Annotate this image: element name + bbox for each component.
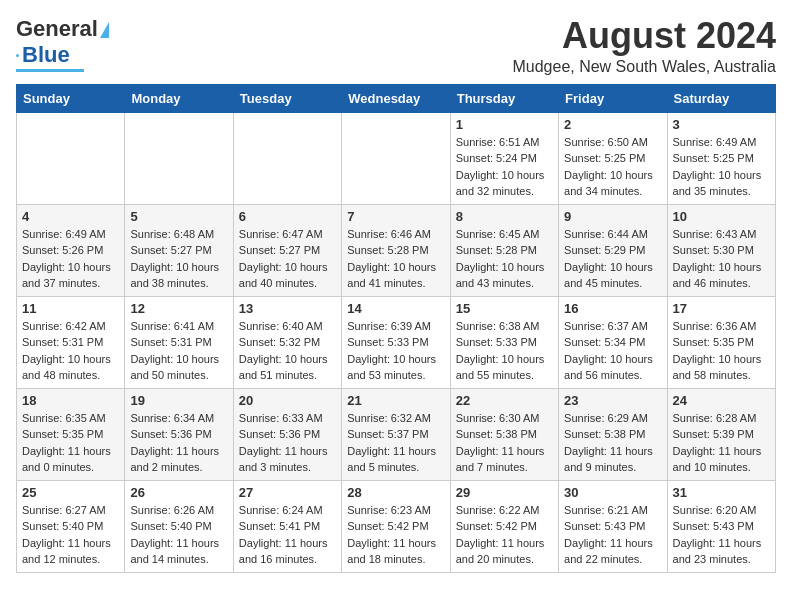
- page-header: General Blue August 2024 Mudgee, New Sou…: [16, 16, 776, 76]
- calendar-cell: 12Sunrise: 6:41 AM Sunset: 5:31 PM Dayli…: [125, 296, 233, 388]
- day-info: Sunrise: 6:37 AM Sunset: 5:34 PM Dayligh…: [564, 318, 661, 384]
- day-number: 6: [239, 209, 336, 224]
- page-subtitle: Mudgee, New South Wales, Australia: [512, 58, 776, 76]
- logo-general: General: [16, 16, 98, 42]
- day-header-friday: Friday: [559, 84, 667, 112]
- day-info: Sunrise: 6:46 AM Sunset: 5:28 PM Dayligh…: [347, 226, 444, 292]
- day-header-sunday: Sunday: [17, 84, 125, 112]
- calendar-cell: 31Sunrise: 6:20 AM Sunset: 5:43 PM Dayli…: [667, 480, 775, 572]
- day-info: Sunrise: 6:39 AM Sunset: 5:33 PM Dayligh…: [347, 318, 444, 384]
- day-number: 30: [564, 485, 661, 500]
- calendar-cell: 24Sunrise: 6:28 AM Sunset: 5:39 PM Dayli…: [667, 388, 775, 480]
- day-number: 14: [347, 301, 444, 316]
- day-info: Sunrise: 6:21 AM Sunset: 5:43 PM Dayligh…: [564, 502, 661, 568]
- day-info: Sunrise: 6:26 AM Sunset: 5:40 PM Dayligh…: [130, 502, 227, 568]
- week-row-1: 1Sunrise: 6:51 AM Sunset: 5:24 PM Daylig…: [17, 112, 776, 204]
- calendar-cell: 23Sunrise: 6:29 AM Sunset: 5:38 PM Dayli…: [559, 388, 667, 480]
- day-number: 9: [564, 209, 661, 224]
- page-title: August 2024: [512, 16, 776, 56]
- calendar-cell: 30Sunrise: 6:21 AM Sunset: 5:43 PM Dayli…: [559, 480, 667, 572]
- calendar-cell: 15Sunrise: 6:38 AM Sunset: 5:33 PM Dayli…: [450, 296, 558, 388]
- calendar-cell: 21Sunrise: 6:32 AM Sunset: 5:37 PM Dayli…: [342, 388, 450, 480]
- calendar-cell: 20Sunrise: 6:33 AM Sunset: 5:36 PM Dayli…: [233, 388, 341, 480]
- logo: General Blue: [16, 16, 109, 72]
- day-info: Sunrise: 6:44 AM Sunset: 5:29 PM Dayligh…: [564, 226, 661, 292]
- day-info: Sunrise: 6:41 AM Sunset: 5:31 PM Dayligh…: [130, 318, 227, 384]
- calendar-cell: [125, 112, 233, 204]
- day-number: 16: [564, 301, 661, 316]
- day-number: 13: [239, 301, 336, 316]
- calendar-cell: 22Sunrise: 6:30 AM Sunset: 5:38 PM Dayli…: [450, 388, 558, 480]
- day-number: 11: [22, 301, 119, 316]
- calendar-cell: 2Sunrise: 6:50 AM Sunset: 5:25 PM Daylig…: [559, 112, 667, 204]
- day-header-thursday: Thursday: [450, 84, 558, 112]
- calendar-cell: 27Sunrise: 6:24 AM Sunset: 5:41 PM Dayli…: [233, 480, 341, 572]
- day-number: 23: [564, 393, 661, 408]
- day-info: Sunrise: 6:49 AM Sunset: 5:26 PM Dayligh…: [22, 226, 119, 292]
- day-header-saturday: Saturday: [667, 84, 775, 112]
- day-info: Sunrise: 6:40 AM Sunset: 5:32 PM Dayligh…: [239, 318, 336, 384]
- day-number: 5: [130, 209, 227, 224]
- day-info: Sunrise: 6:43 AM Sunset: 5:30 PM Dayligh…: [673, 226, 770, 292]
- week-row-3: 11Sunrise: 6:42 AM Sunset: 5:31 PM Dayli…: [17, 296, 776, 388]
- day-number: 27: [239, 485, 336, 500]
- day-info: Sunrise: 6:47 AM Sunset: 5:27 PM Dayligh…: [239, 226, 336, 292]
- calendar-cell: 3Sunrise: 6:49 AM Sunset: 5:25 PM Daylig…: [667, 112, 775, 204]
- week-row-2: 4Sunrise: 6:49 AM Sunset: 5:26 PM Daylig…: [17, 204, 776, 296]
- calendar-cell: 28Sunrise: 6:23 AM Sunset: 5:42 PM Dayli…: [342, 480, 450, 572]
- day-info: Sunrise: 6:36 AM Sunset: 5:35 PM Dayligh…: [673, 318, 770, 384]
- calendar-cell: [233, 112, 341, 204]
- day-number: 1: [456, 117, 553, 132]
- day-header-monday: Monday: [125, 84, 233, 112]
- day-header-wednesday: Wednesday: [342, 84, 450, 112]
- calendar-cell: 18Sunrise: 6:35 AM Sunset: 5:35 PM Dayli…: [17, 388, 125, 480]
- day-info: Sunrise: 6:33 AM Sunset: 5:36 PM Dayligh…: [239, 410, 336, 476]
- day-info: Sunrise: 6:24 AM Sunset: 5:41 PM Dayligh…: [239, 502, 336, 568]
- day-info: Sunrise: 6:45 AM Sunset: 5:28 PM Dayligh…: [456, 226, 553, 292]
- calendar-cell: 6Sunrise: 6:47 AM Sunset: 5:27 PM Daylig…: [233, 204, 341, 296]
- day-info: Sunrise: 6:49 AM Sunset: 5:25 PM Dayligh…: [673, 134, 770, 200]
- day-number: 7: [347, 209, 444, 224]
- day-info: Sunrise: 6:50 AM Sunset: 5:25 PM Dayligh…: [564, 134, 661, 200]
- day-info: Sunrise: 6:32 AM Sunset: 5:37 PM Dayligh…: [347, 410, 444, 476]
- day-info: Sunrise: 6:51 AM Sunset: 5:24 PM Dayligh…: [456, 134, 553, 200]
- calendar-cell: 1Sunrise: 6:51 AM Sunset: 5:24 PM Daylig…: [450, 112, 558, 204]
- title-area: August 2024 Mudgee, New South Wales, Aus…: [512, 16, 776, 76]
- calendar-body: 1Sunrise: 6:51 AM Sunset: 5:24 PM Daylig…: [17, 112, 776, 572]
- calendar-cell: 19Sunrise: 6:34 AM Sunset: 5:36 PM Dayli…: [125, 388, 233, 480]
- day-number: 8: [456, 209, 553, 224]
- day-number: 17: [673, 301, 770, 316]
- day-number: 10: [673, 209, 770, 224]
- calendar-cell: 16Sunrise: 6:37 AM Sunset: 5:34 PM Dayli…: [559, 296, 667, 388]
- day-info: Sunrise: 6:28 AM Sunset: 5:39 PM Dayligh…: [673, 410, 770, 476]
- day-number: 18: [22, 393, 119, 408]
- calendar-cell: 11Sunrise: 6:42 AM Sunset: 5:31 PM Dayli…: [17, 296, 125, 388]
- calendar-cell: 17Sunrise: 6:36 AM Sunset: 5:35 PM Dayli…: [667, 296, 775, 388]
- day-info: Sunrise: 6:22 AM Sunset: 5:42 PM Dayligh…: [456, 502, 553, 568]
- calendar-cell: 26Sunrise: 6:26 AM Sunset: 5:40 PM Dayli…: [125, 480, 233, 572]
- calendar-cell: 10Sunrise: 6:43 AM Sunset: 5:30 PM Dayli…: [667, 204, 775, 296]
- calendar-cell: [17, 112, 125, 204]
- calendar-cell: 13Sunrise: 6:40 AM Sunset: 5:32 PM Dayli…: [233, 296, 341, 388]
- day-info: Sunrise: 6:48 AM Sunset: 5:27 PM Dayligh…: [130, 226, 227, 292]
- day-info: Sunrise: 6:20 AM Sunset: 5:43 PM Dayligh…: [673, 502, 770, 568]
- day-info: Sunrise: 6:35 AM Sunset: 5:35 PM Dayligh…: [22, 410, 119, 476]
- day-number: 31: [673, 485, 770, 500]
- calendar-cell: 9Sunrise: 6:44 AM Sunset: 5:29 PM Daylig…: [559, 204, 667, 296]
- calendar-table: SundayMondayTuesdayWednesdayThursdayFrid…: [16, 84, 776, 573]
- day-number: 29: [456, 485, 553, 500]
- calendar-cell: 4Sunrise: 6:49 AM Sunset: 5:26 PM Daylig…: [17, 204, 125, 296]
- calendar-header-row: SundayMondayTuesdayWednesdayThursdayFrid…: [17, 84, 776, 112]
- day-number: 19: [130, 393, 227, 408]
- day-info: Sunrise: 6:38 AM Sunset: 5:33 PM Dayligh…: [456, 318, 553, 384]
- week-row-4: 18Sunrise: 6:35 AM Sunset: 5:35 PM Dayli…: [17, 388, 776, 480]
- calendar-cell: 7Sunrise: 6:46 AM Sunset: 5:28 PM Daylig…: [342, 204, 450, 296]
- calendar-cell: 5Sunrise: 6:48 AM Sunset: 5:27 PM Daylig…: [125, 204, 233, 296]
- day-number: 2: [564, 117, 661, 132]
- calendar-cell: 8Sunrise: 6:45 AM Sunset: 5:28 PM Daylig…: [450, 204, 558, 296]
- logo-blue: Blue: [22, 42, 70, 68]
- day-number: 25: [22, 485, 119, 500]
- day-info: Sunrise: 6:29 AM Sunset: 5:38 PM Dayligh…: [564, 410, 661, 476]
- day-info: Sunrise: 6:30 AM Sunset: 5:38 PM Dayligh…: [456, 410, 553, 476]
- calendar-cell: [342, 112, 450, 204]
